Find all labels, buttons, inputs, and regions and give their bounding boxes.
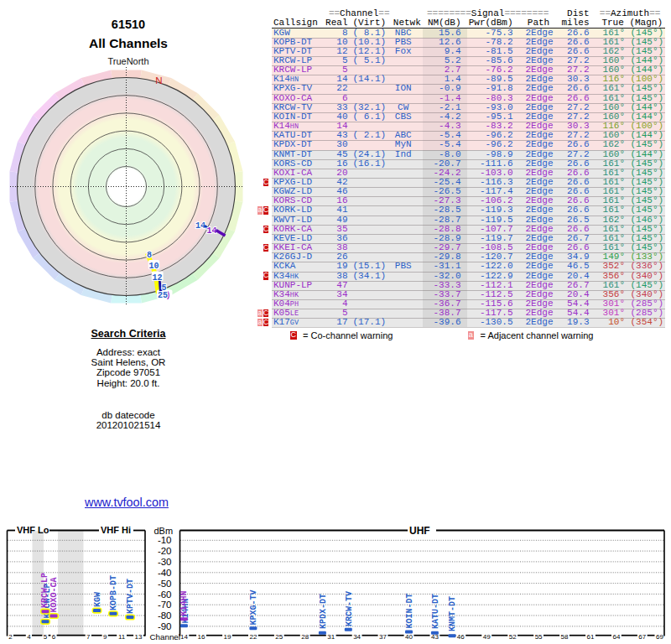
svg-text:49: 49 xyxy=(483,633,491,641)
svg-text:-50: -50 xyxy=(158,579,172,589)
svg-text:VHF Hi: VHF Hi xyxy=(101,525,131,535)
svg-text:14: 14 xyxy=(195,221,205,231)
svg-text:37: 37 xyxy=(379,633,387,641)
svg-text:-60: -60 xyxy=(158,589,172,600)
svg-text:N: N xyxy=(155,75,162,86)
svg-text:40: 40 xyxy=(405,633,413,641)
svg-text:VHF Lo: VHF Lo xyxy=(17,525,49,535)
svg-text:28: 28 xyxy=(301,633,309,641)
svg-text:14: 14 xyxy=(180,633,188,641)
svg-text:-70: -70 xyxy=(158,600,172,610)
svg-text:UHF: UHF xyxy=(409,525,430,537)
svg-text:64: 64 xyxy=(612,633,620,641)
svg-text:dBm: dBm xyxy=(154,526,174,536)
svg-text:6: 6 xyxy=(52,633,56,641)
svg-text:61: 61 xyxy=(587,633,595,641)
svg-text:KOXO-CA: KOXO-CA xyxy=(49,577,59,612)
svg-text:2: 2 xyxy=(8,633,13,641)
svg-text:-80: -80 xyxy=(158,610,172,621)
svg-text:12: 12 xyxy=(152,273,162,283)
svg-text:4: 4 xyxy=(27,633,31,641)
svg-text:67: 67 xyxy=(638,633,646,641)
svg-text:KOIN-DT: KOIN-DT xyxy=(405,593,414,628)
svg-text:55: 55 xyxy=(535,633,543,641)
svg-text:-40: -40 xyxy=(158,568,172,578)
svg-text:13: 13 xyxy=(135,633,143,641)
svg-text:KGW: KGW xyxy=(93,592,102,607)
svg-text:KPXG-TV: KPXG-TV xyxy=(249,589,258,625)
svg-text:Channel: Channel xyxy=(150,632,181,641)
svg-text:KPDX-DT: KPDX-DT xyxy=(319,594,328,629)
svg-text:19: 19 xyxy=(223,633,231,641)
svg-text:9: 9 xyxy=(103,633,107,641)
svg-text:25: 25 xyxy=(275,633,283,641)
svg-text:8: 8 xyxy=(147,251,152,260)
svg-text:14: 14 xyxy=(206,226,216,236)
svg-text:KRCW-LP: KRCW-LP xyxy=(40,573,49,608)
svg-text:K14HN: K14HN xyxy=(179,590,189,615)
svg-text:-30: -30 xyxy=(158,557,172,567)
svg-text:10: 10 xyxy=(148,262,159,271)
svg-text:31: 31 xyxy=(327,633,335,641)
svg-text:25: 25 xyxy=(158,291,168,300)
svg-text:58: 58 xyxy=(561,633,569,641)
svg-text:KPTV-DT: KPTV-DT xyxy=(126,579,135,614)
svg-text:7: 7 xyxy=(86,633,91,641)
svg-text:KATU-DT: KATU-DT xyxy=(431,594,440,629)
svg-text:-90: -90 xyxy=(158,621,172,631)
svg-text:KNMT-DT: KNMT-DT xyxy=(448,596,457,631)
svg-text:16: 16 xyxy=(198,633,205,641)
svg-text:KOPB-DT: KOPB-DT xyxy=(109,575,118,610)
svg-text:-10: -10 xyxy=(158,535,172,545)
svg-text:5: 5 xyxy=(44,633,48,641)
svg-text:34: 34 xyxy=(353,633,361,641)
svg-text:69: 69 xyxy=(656,633,663,641)
svg-text:-20: -20 xyxy=(158,546,172,556)
svg-text:11: 11 xyxy=(118,633,126,641)
svg-text:22: 22 xyxy=(249,633,257,641)
svg-text:46: 46 xyxy=(457,633,465,641)
svg-text:KRCW-TV: KRCW-TV xyxy=(345,591,354,626)
svg-text:52: 52 xyxy=(509,633,517,641)
